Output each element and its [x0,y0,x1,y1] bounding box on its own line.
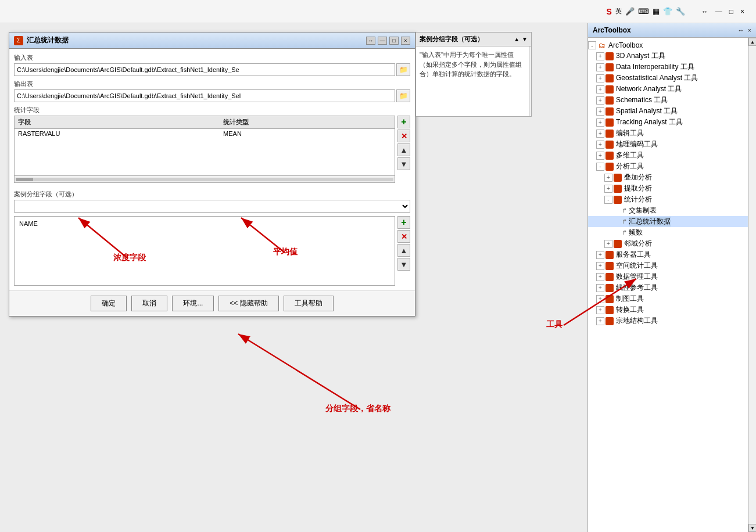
tree-item-stats-analysis[interactable]: - 统计分析 [588,194,748,205]
tree-item-linearref[interactable]: + 线性参考工具 [588,282,748,293]
env-button[interactable]: 环境... [172,296,214,311]
expand-geostat[interactable]: + [596,74,604,82]
main-area: Σ 汇总统计数据 ↔ — □ × 输入表 📁 [0,23,756,532]
tree-item-neighbor[interactable]: + 邻域分析 [588,238,748,249]
help-panel-header: 案例分组字段（可选） ▲ ▼ [416,33,531,46]
add-case-btn[interactable]: + [397,216,410,229]
expand-edit[interactable]: + [596,130,604,138]
help-vscroll[interactable] [529,46,531,116]
expand-root[interactable]: - [588,41,596,49]
tree-item-multidim[interactable]: + 多维工具 [588,150,748,161]
field-scrollbar[interactable] [15,175,395,182]
lang-btn[interactable]: 英 [615,7,622,16]
expand-3d[interactable]: + [596,52,604,60]
hide-help-button[interactable]: << 隐藏帮助 [218,296,278,311]
dialog-minimize[interactable]: ↔ [366,37,375,45]
expand-schematics[interactable]: + [596,96,604,105]
expand-datainterop[interactable]: + [596,63,604,71]
atb-pin[interactable]: ↔ [738,27,744,34]
tree-item-network[interactable]: + Network Analyst 工具 [588,84,748,95]
tree-item-cartography[interactable]: + 制图工具 [588,293,748,304]
tree-item-datainterop[interactable]: + Data Interoperability 工具 [588,62,748,73]
scroll-down-btn[interactable]: ▼ [748,524,756,532]
add-field-btn[interactable]: + [397,116,410,128]
scroll-up-btn[interactable]: ▲ [748,38,756,46]
field-data-row[interactable]: RASTERVALU MEAN [15,129,395,138]
case-field-item-name[interactable]: NAME [17,219,392,228]
dialog-maximize[interactable]: — [378,37,387,45]
expand-multidim[interactable]: + [596,152,604,160]
tree-item-freq-table[interactable]: ↱ 交集制表 [588,205,748,216]
maximize-btn[interactable]: □ [729,8,733,16]
expand-server[interactable]: + [596,251,604,259]
tree-item-datamgmt[interactable]: + 数据管理工具 [588,271,748,282]
right-scrollbar[interactable]: ▲ ▼ [748,38,756,532]
tool-help-button[interactable]: 工具帮助 [284,296,334,311]
expand-overlay[interactable]: + [604,174,612,182]
expand-topology[interactable]: + [596,317,604,325]
tree-item-analysis[interactable]: - 分析工具 [588,161,748,172]
tree-item-summary-stats[interactable]: ↱ 汇总统计数据 [588,216,748,227]
arctoolbox-header: ArcToolbox ↔ × [588,23,756,38]
ok-button[interactable]: 确定 [91,296,127,311]
red-icon-extract [614,185,622,193]
tree-item-tracking[interactable]: + Tracking Analyst 工具 [588,117,748,128]
close-btn[interactable]: × [740,8,744,16]
minimize-btn[interactable]: — [715,8,722,16]
grid-icon[interactable]: ▦ [653,7,660,16]
expand-spatialstats[interactable]: + [596,262,604,270]
tree-item-3d[interactable]: + 3D Analyst 工具 [588,51,748,62]
tree-label-stats-analysis: 统计分析 [624,195,652,204]
expand-stats-analysis[interactable]: - [604,196,612,204]
tree-item-server[interactable]: + 服务器工具 [588,249,748,260]
tree-item-spatialstats[interactable]: + 空间统计工具 [588,260,748,271]
dialog-close[interactable]: × [401,37,410,45]
case-field-select[interactable] [14,200,410,213]
output-table-browse[interactable]: 📁 [396,89,410,102]
expand-geocoding[interactable]: + [596,141,604,149]
tree-item-frequency[interactable]: ↱ 频数 [588,227,748,238]
tree-item-topology[interactable]: + 宗地结构工具 [588,315,748,326]
expand-cartography[interactable]: + [596,295,604,303]
tree-item-conversion[interactable]: + 转换工具 [588,304,748,315]
tree-item-spatial[interactable]: + Spatial Analyst 工具 [588,106,748,117]
expand-spatial[interactable]: + [596,107,604,116]
tree-item-extract[interactable]: + 提取分析 [588,183,748,194]
input-table-field[interactable] [14,63,395,76]
expand-datamgmt[interactable]: + [596,273,604,281]
tree-label-spatial: Spatial Analyst 工具 [616,106,678,116]
red-icon-linearref [605,284,614,292]
help-scroll-up[interactable]: ▲ [514,36,519,42]
expand-conversion[interactable]: + [596,306,604,314]
remove-field-btn[interactable]: ✕ [397,130,410,142]
expand-tracking[interactable]: + [596,118,604,127]
tree-item-root[interactable]: - 🗂 ArcToolbox [588,40,748,51]
expand-neighbor[interactable]: + [604,240,612,248]
tool-cursor-icon-1: ↱ [622,207,627,214]
cancel-button[interactable]: 取消 [131,296,167,311]
tree-item-geostat[interactable]: + Geostatistical Analyst 工具 [588,73,748,84]
remove-case-btn[interactable]: ✕ [397,230,410,243]
output-table-field[interactable] [14,89,395,102]
move-up-btn[interactable]: ▲ [397,143,410,156]
help-scroll-down[interactable]: ▼ [522,36,528,42]
resize-icon[interactable]: ↔ [701,8,708,16]
move-down-btn[interactable]: ▼ [397,157,410,170]
expand-extract[interactable]: + [604,185,612,193]
expand-analysis[interactable]: - [596,163,604,171]
tree-item-edit[interactable]: + 编辑工具 [588,128,748,139]
tree-item-schematics[interactable]: + Schematics 工具 [588,95,748,106]
expand-linearref[interactable]: + [596,284,604,292]
input-table-browse[interactable]: 📁 [396,63,410,76]
tree-item-overlay[interactable]: + 叠加分析 [588,172,748,183]
atb-close[interactable]: × [748,27,751,34]
shirt-icon[interactable]: 👕 [663,7,672,16]
move-case-up-btn[interactable]: ▲ [397,244,410,257]
dialog-restore[interactable]: □ [389,37,399,45]
tree-item-geocoding[interactable]: + 地理编码工具 [588,139,748,150]
mic-icon[interactable]: 🎤 [625,7,635,16]
expand-network[interactable]: + [596,85,604,94]
wrench-icon[interactable]: 🔧 [676,7,685,16]
move-case-down-btn[interactable]: ▼ [397,258,410,271]
keyboard-icon[interactable]: ⌨ [638,7,649,16]
